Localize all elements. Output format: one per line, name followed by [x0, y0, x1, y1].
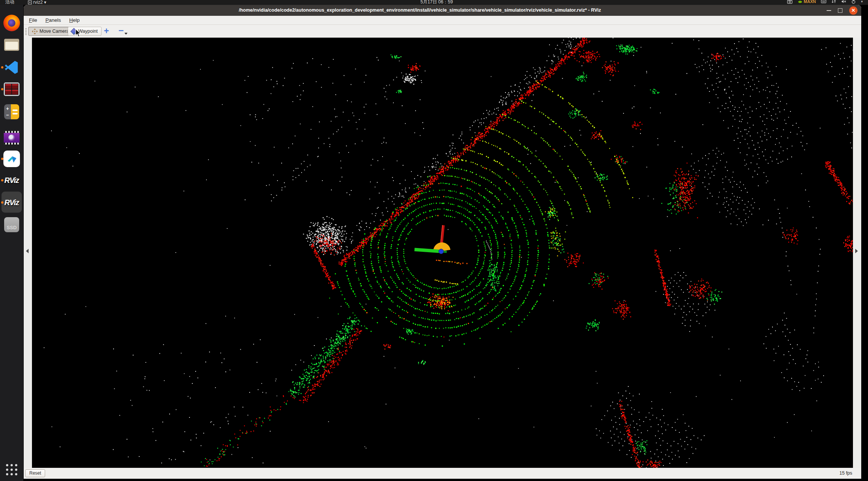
dock-item-firefox[interactable]: [0, 14, 23, 32]
move-camera-icon: [32, 29, 38, 34]
vscode-icon: [4, 59, 20, 75]
tool-dropdown-caret[interactable]: [124, 33, 127, 35]
3d-viewport-canvas[interactable]: [32, 38, 853, 468]
close-button[interactable]: ✕: [849, 6, 857, 15]
volume-muted-icon[interactable]: [841, 0, 846, 3]
dock-item-video[interactable]: [0, 129, 23, 146]
move-camera-label: Move Camera: [39, 29, 69, 34]
dock-item-terminal[interactable]: [0, 81, 23, 98]
dock-item-files[interactable]: [0, 36, 23, 53]
dock-item-ssd[interactable]: SSD: [0, 216, 23, 233]
power-icon[interactable]: [851, 0, 856, 4]
toolbar-drag-handle[interactable]: [25, 27, 27, 35]
menubar: File Panels Help: [24, 16, 861, 25]
desktop: 活动 rviz2 ▾ 5月17日 06：59 MAXN ▾: [0, 0, 868, 481]
terminal-icon: [4, 82, 20, 96]
collapse-left-arrow-icon[interactable]: [26, 249, 29, 253]
right-panel-strip: [853, 38, 861, 468]
dock-item-todesk[interactable]: [0, 150, 23, 167]
window-title: /home/nvidia/code/code2/autonomous_explo…: [24, 5, 816, 16]
dock-item-calculator[interactable]: +−: [0, 103, 23, 120]
nvidia-power-mode[interactable]: MAXN: [798, 0, 816, 4]
running-indicator: [1, 158, 3, 160]
activities-button[interactable]: 活动: [5, 0, 14, 5]
rviz-window: /home/nvidia/code/code2/autonomous_explo…: [24, 5, 861, 479]
statusbar: Reset 15 fps: [24, 468, 861, 479]
reset-button[interactable]: Reset: [25, 469, 45, 477]
toolbar: Move Camera Waypoint + −: [24, 25, 861, 38]
fps-counter: 15 fps: [839, 468, 852, 479]
add-tool-button[interactable]: +: [102, 27, 111, 36]
dock-item-vscode[interactable]: [0, 59, 23, 76]
files-icon: [4, 39, 19, 51]
rviz2-app-icon: [28, 0, 32, 5]
system-top-bar: 活动 rviz2 ▾ 5月17日 06：59 MAXN ▾: [0, 0, 868, 5]
menu-panels[interactable]: Panels: [46, 17, 61, 23]
focused-app-menu[interactable]: rviz2 ▾: [28, 0, 46, 5]
nvidia-icon: [798, 0, 803, 4]
left-panel-strip: [24, 38, 32, 468]
firefox-icon: [3, 15, 20, 31]
todesk-icon: [3, 151, 20, 167]
running-indicator: [1, 88, 3, 90]
rviz-icon: RViz: [5, 198, 19, 207]
waypoint-tool[interactable]: Waypoint: [68, 27, 102, 36]
video-app-icon: [4, 131, 20, 145]
ssd-drive-icon: SSD: [4, 217, 19, 232]
expand-right-arrow-icon[interactable]: [855, 249, 858, 253]
network-icon[interactable]: [832, 0, 836, 3]
viewport-area: [24, 38, 861, 468]
mouse-cursor: [75, 29, 82, 38]
rviz-icon: RViz: [5, 176, 19, 185]
screenshot-icon[interactable]: [787, 0, 792, 4]
dock-item-rviz[interactable]: RViz: [0, 172, 23, 189]
window-titlebar[interactable]: /home/nvidia/code/code2/autonomous_explo…: [24, 5, 861, 16]
running-indicator: [1, 179, 3, 181]
minimize-button[interactable]: [827, 10, 831, 11]
show-applications-icon: [6, 464, 17, 475]
keyboard-icon[interactable]: [821, 0, 826, 3]
show-applications-button[interactable]: [0, 461, 23, 478]
running-indicator: [1, 201, 3, 204]
calculator-icon: +−: [4, 104, 19, 119]
dock-item-rviz-active[interactable]: RViz: [0, 194, 23, 211]
menu-help[interactable]: Help: [69, 17, 80, 23]
dock: +− RViz RViz SSD: [0, 5, 23, 481]
running-indicator: [1, 66, 3, 68]
restore-button[interactable]: [838, 8, 842, 13]
clock[interactable]: 5月17日 06：59: [420, 0, 453, 5]
menu-file[interactable]: File: [29, 17, 37, 23]
chevron-down-icon[interactable]: ▾: [861, 0, 863, 3]
move-camera-tool[interactable]: Move Camera: [28, 27, 73, 36]
